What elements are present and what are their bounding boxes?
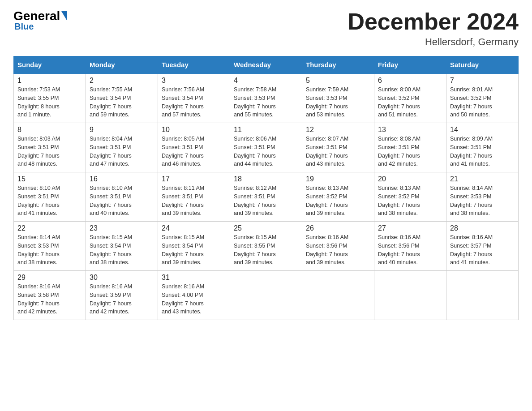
day-number: 4 <box>234 77 298 85</box>
logo-triangle-icon <box>61 11 67 20</box>
day-info: Sunrise: 8:14 AMSunset: 3:53 PMDaylight:… <box>17 233 82 267</box>
day-number: 14 <box>450 126 515 134</box>
day-info: Sunrise: 8:16 AMSunset: 3:58 PMDaylight:… <box>17 283 82 316</box>
day-number: 28 <box>450 224 515 232</box>
day-info: Sunrise: 8:15 AMSunset: 3:55 PMDaylight:… <box>234 233 298 267</box>
day-info: Sunrise: 8:14 AMSunset: 3:53 PMDaylight:… <box>450 184 515 218</box>
day-number: 11 <box>234 126 298 134</box>
column-header-wednesday: Wednesday <box>230 56 302 74</box>
day-info: Sunrise: 7:58 AMSunset: 3:53 PMDaylight:… <box>234 86 298 119</box>
calendar-week-row: 22Sunrise: 8:14 AMSunset: 3:53 PMDayligh… <box>14 222 519 271</box>
day-info: Sunrise: 8:05 AMSunset: 3:51 PMDaylight:… <box>162 135 226 168</box>
month-title: December 2024 <box>348 9 519 34</box>
calendar-cell <box>230 271 302 320</box>
calendar-week-row: 1Sunrise: 7:53 AMSunset: 3:55 PMDaylight… <box>14 73 519 123</box>
calendar-cell: 22Sunrise: 8:14 AMSunset: 3:53 PMDayligh… <box>14 222 86 271</box>
day-info: Sunrise: 8:09 AMSunset: 3:51 PMDaylight:… <box>450 135 515 168</box>
day-info: Sunrise: 8:13 AMSunset: 3:52 PMDaylight:… <box>378 184 442 218</box>
calendar-cell: 27Sunrise: 8:16 AMSunset: 3:56 PMDayligh… <box>374 222 446 271</box>
calendar-cell: 28Sunrise: 8:16 AMSunset: 3:57 PMDayligh… <box>446 222 519 271</box>
day-number: 6 <box>378 77 442 85</box>
day-number: 25 <box>234 224 298 232</box>
day-number: 9 <box>90 126 154 134</box>
day-number: 20 <box>378 175 442 183</box>
column-header-saturday: Saturday <box>446 56 519 74</box>
day-number: 15 <box>17 175 82 183</box>
day-number: 26 <box>306 224 370 232</box>
day-info: Sunrise: 8:16 AMSunset: 4:00 PMDaylight:… <box>162 283 226 316</box>
title-area: December 2024 Hellersdorf, Germany <box>348 9 519 48</box>
column-header-friday: Friday <box>374 56 446 74</box>
day-info: Sunrise: 8:03 AMSunset: 3:51 PMDaylight:… <box>17 135 82 168</box>
day-info: Sunrise: 8:16 AMSunset: 3:56 PMDaylight:… <box>378 233 442 267</box>
page-header: General Blue December 2024 Hellersdorf, … <box>13 9 519 48</box>
calendar-cell: 9Sunrise: 8:04 AMSunset: 3:51 PMDaylight… <box>86 123 158 172</box>
day-number: 12 <box>306 126 370 134</box>
calendar-cell: 17Sunrise: 8:11 AMSunset: 3:51 PMDayligh… <box>158 172 230 222</box>
day-number: 29 <box>17 274 82 282</box>
calendar-week-row: 29Sunrise: 8:16 AMSunset: 3:58 PMDayligh… <box>14 271 519 320</box>
calendar-cell: 2Sunrise: 7:55 AMSunset: 3:54 PMDaylight… <box>86 73 158 123</box>
calendar-cell <box>302 271 374 320</box>
day-number: 2 <box>90 77 154 85</box>
day-info: Sunrise: 7:56 AMSunset: 3:54 PMDaylight:… <box>162 86 226 119</box>
calendar-cell: 15Sunrise: 8:10 AMSunset: 3:51 PMDayligh… <box>14 172 86 222</box>
day-info: Sunrise: 8:10 AMSunset: 3:51 PMDaylight:… <box>90 184 154 218</box>
day-info: Sunrise: 7:53 AMSunset: 3:55 PMDaylight:… <box>17 86 82 119</box>
calendar-cell: 11Sunrise: 8:06 AMSunset: 3:51 PMDayligh… <box>230 123 302 172</box>
calendar-cell: 12Sunrise: 8:07 AMSunset: 3:51 PMDayligh… <box>302 123 374 172</box>
day-info: Sunrise: 8:11 AMSunset: 3:51 PMDaylight:… <box>162 184 226 218</box>
calendar-week-row: 8Sunrise: 8:03 AMSunset: 3:51 PMDaylight… <box>14 123 519 172</box>
day-info: Sunrise: 8:16 AMSunset: 3:56 PMDaylight:… <box>306 233 370 267</box>
day-number: 8 <box>17 126 82 134</box>
day-info: Sunrise: 8:12 AMSunset: 3:51 PMDaylight:… <box>234 184 298 218</box>
day-info: Sunrise: 8:15 AMSunset: 3:54 PMDaylight:… <box>162 233 226 267</box>
day-number: 18 <box>234 175 298 183</box>
day-number: 7 <box>450 77 515 85</box>
calendar-cell: 5Sunrise: 7:59 AMSunset: 3:53 PMDaylight… <box>302 73 374 123</box>
calendar-cell <box>446 271 519 320</box>
calendar-cell: 6Sunrise: 8:00 AMSunset: 3:52 PMDaylight… <box>374 73 446 123</box>
day-number: 13 <box>378 126 442 134</box>
calendar-cell: 8Sunrise: 8:03 AMSunset: 3:51 PMDaylight… <box>14 123 86 172</box>
logo: General Blue <box>13 9 67 32</box>
day-number: 24 <box>162 224 226 232</box>
calendar-header-row: SundayMondayTuesdayWednesdayThursdayFrid… <box>14 56 519 74</box>
calendar-cell <box>374 271 446 320</box>
day-number: 31 <box>162 274 226 282</box>
day-number: 23 <box>90 224 154 232</box>
logo-blue-text: Blue <box>14 21 67 32</box>
calendar-cell: 24Sunrise: 8:15 AMSunset: 3:54 PMDayligh… <box>158 222 230 271</box>
calendar-cell: 7Sunrise: 8:01 AMSunset: 3:52 PMDaylight… <box>446 73 519 123</box>
calendar-cell: 20Sunrise: 8:13 AMSunset: 3:52 PMDayligh… <box>374 172 446 222</box>
day-info: Sunrise: 8:15 AMSunset: 3:54 PMDaylight:… <box>90 233 154 267</box>
day-number: 17 <box>162 175 226 183</box>
calendar-cell: 31Sunrise: 8:16 AMSunset: 4:00 PMDayligh… <box>158 271 230 320</box>
day-number: 1 <box>17 77 82 85</box>
day-number: 5 <box>306 77 370 85</box>
calendar-table: SundayMondayTuesdayWednesdayThursdayFrid… <box>13 56 519 320</box>
day-info: Sunrise: 8:07 AMSunset: 3:51 PMDaylight:… <box>306 135 370 168</box>
calendar-cell: 13Sunrise: 8:08 AMSunset: 3:51 PMDayligh… <box>374 123 446 172</box>
day-info: Sunrise: 8:16 AMSunset: 3:59 PMDaylight:… <box>90 283 154 316</box>
calendar-cell: 26Sunrise: 8:16 AMSunset: 3:56 PMDayligh… <box>302 222 374 271</box>
calendar-cell: 4Sunrise: 7:58 AMSunset: 3:53 PMDaylight… <box>230 73 302 123</box>
day-info: Sunrise: 8:13 AMSunset: 3:52 PMDaylight:… <box>306 184 370 218</box>
calendar-cell: 1Sunrise: 7:53 AMSunset: 3:55 PMDaylight… <box>14 73 86 123</box>
calendar-cell: 25Sunrise: 8:15 AMSunset: 3:55 PMDayligh… <box>230 222 302 271</box>
calendar-cell: 3Sunrise: 7:56 AMSunset: 3:54 PMDaylight… <box>158 73 230 123</box>
calendar-week-row: 15Sunrise: 8:10 AMSunset: 3:51 PMDayligh… <box>14 172 519 222</box>
day-info: Sunrise: 8:06 AMSunset: 3:51 PMDaylight:… <box>234 135 298 168</box>
calendar-cell: 29Sunrise: 8:16 AMSunset: 3:58 PMDayligh… <box>14 271 86 320</box>
calendar-cell: 14Sunrise: 8:09 AMSunset: 3:51 PMDayligh… <box>446 123 519 172</box>
day-number: 3 <box>162 77 226 85</box>
calendar-cell: 30Sunrise: 8:16 AMSunset: 3:59 PMDayligh… <box>86 271 158 320</box>
day-number: 16 <box>90 175 154 183</box>
day-info: Sunrise: 8:08 AMSunset: 3:51 PMDaylight:… <box>378 135 442 168</box>
day-info: Sunrise: 8:01 AMSunset: 3:52 PMDaylight:… <box>450 86 515 119</box>
calendar-cell: 16Sunrise: 8:10 AMSunset: 3:51 PMDayligh… <box>86 172 158 222</box>
day-number: 21 <box>450 175 515 183</box>
day-info: Sunrise: 8:10 AMSunset: 3:51 PMDaylight:… <box>17 184 82 218</box>
calendar-cell: 19Sunrise: 8:13 AMSunset: 3:52 PMDayligh… <box>302 172 374 222</box>
day-number: 22 <box>17 224 82 232</box>
